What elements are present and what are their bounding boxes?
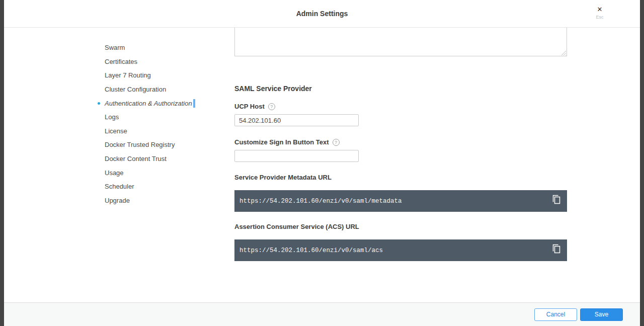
sidebar-item-label: Scheduler bbox=[105, 183, 134, 190]
section-title: SAML Service Provider bbox=[234, 85, 567, 93]
acs-url-label: Assertion Consumer Service (ACS) URL bbox=[234, 223, 567, 230]
close-button[interactable]: ✕ Esc bbox=[592, 6, 608, 20]
sidebar-item-label: Authentication & Authorization bbox=[105, 100, 192, 107]
metadata-url-label-text: Service Provider Metadata URL bbox=[234, 174, 332, 181]
sidebar-item-cluster-configuration[interactable]: Cluster Configuration bbox=[105, 83, 166, 97]
sidebar-item-label: Usage bbox=[105, 169, 124, 177]
admin-settings-modal: Admin Settings ✕ Esc SwarmCertificatesLa… bbox=[4, 0, 640, 326]
cancel-button[interactable]: Cancel bbox=[534, 308, 577, 321]
modal-header: Admin Settings ✕ Esc bbox=[4, 0, 640, 28]
acs-url-value: https://54.202.101.60/enzi/v0/saml/acs bbox=[239, 247, 383, 254]
sidebar-item-label: Docker Trusted Registry bbox=[105, 141, 175, 148]
ucp-host-input[interactable] bbox=[234, 114, 359, 126]
sidebar-item-usage[interactable]: Usage bbox=[105, 166, 124, 180]
sidebar-item-docker-content-trust[interactable]: Docker Content Trust bbox=[105, 152, 167, 166]
main-content: SAML Service Provider UCP Host ? Customi… bbox=[234, 28, 567, 302]
resize-grip-icon[interactable] bbox=[561, 50, 566, 55]
esc-hint: Esc bbox=[592, 15, 608, 20]
sidebar-item-label: Upgrade bbox=[105, 197, 130, 204]
sidebar-item-label: Layer 7 Routing bbox=[105, 71, 151, 79]
sidebar-item-certificates[interactable]: Certificates bbox=[105, 55, 137, 69]
sidebar-item-label: Swarm bbox=[105, 44, 125, 51]
sidebar-item-layer-7-routing[interactable]: Layer 7 Routing bbox=[105, 68, 151, 83]
sidebar-item-label: Logs bbox=[105, 113, 119, 121]
help-icon[interactable]: ? bbox=[333, 139, 340, 146]
sidebar-item-scheduler[interactable]: Scheduler bbox=[105, 180, 134, 194]
active-item-cursor bbox=[193, 99, 195, 108]
metadata-url-value: https://54.202.101.60/enzi/v0/saml/metad… bbox=[239, 198, 402, 205]
metadata-url-label: Service Provider Metadata URL bbox=[234, 174, 567, 181]
sidebar-item-authentication-authorization[interactable]: Authentication & Authorization bbox=[105, 96, 195, 110]
metadata-url-box: https://54.202.101.60/enzi/v0/saml/metad… bbox=[234, 190, 567, 212]
sidebar-item-label: Cluster Configuration bbox=[105, 86, 166, 93]
sidebar-item-label: Docker Content Trust bbox=[105, 155, 167, 162]
sidebar-nav: SwarmCertificatesLayer 7 RoutingCluster … bbox=[4, 28, 234, 302]
sidebar-item-upgrade[interactable]: Upgrade bbox=[105, 194, 130, 208]
sidebar-item-label: Certificates bbox=[105, 58, 137, 65]
copy-icon[interactable] bbox=[551, 194, 561, 205]
sidebar-item-logs[interactable]: Logs bbox=[105, 110, 119, 124]
sidebar-item-license[interactable]: License bbox=[105, 124, 127, 138]
sign-in-text-label: Customize Sign In Button Text ? bbox=[234, 138, 567, 146]
idp-metadata-textarea[interactable] bbox=[234, 28, 567, 56]
sign-in-text-input[interactable] bbox=[234, 150, 359, 162]
save-button[interactable]: Save bbox=[580, 308, 623, 321]
sidebar-item-label: License bbox=[105, 127, 127, 135]
close-icon[interactable]: ✕ bbox=[592, 6, 608, 13]
acs-url-label-text: Assertion Consumer Service (ACS) URL bbox=[234, 223, 359, 230]
ucp-host-label-text: UCP Host bbox=[234, 103, 265, 110]
sign-in-text-label-text: Customize Sign In Button Text bbox=[234, 138, 329, 146]
sidebar-item-swarm[interactable]: Swarm bbox=[105, 41, 125, 55]
active-item-dot bbox=[98, 102, 100, 105]
help-icon[interactable]: ? bbox=[268, 103, 275, 110]
sidebar-item-docker-trusted-registry[interactable]: Docker Trusted Registry bbox=[105, 138, 175, 152]
copy-icon[interactable] bbox=[551, 243, 561, 255]
modal-footer: Cancel Save bbox=[4, 302, 640, 326]
modal-body: SwarmCertificatesLayer 7 RoutingCluster … bbox=[4, 28, 640, 302]
acs-url-box: https://54.202.101.60/enzi/v0/saml/acs bbox=[234, 239, 567, 261]
ucp-host-label: UCP Host ? bbox=[234, 103, 567, 110]
page-title: Admin Settings bbox=[4, 0, 640, 28]
